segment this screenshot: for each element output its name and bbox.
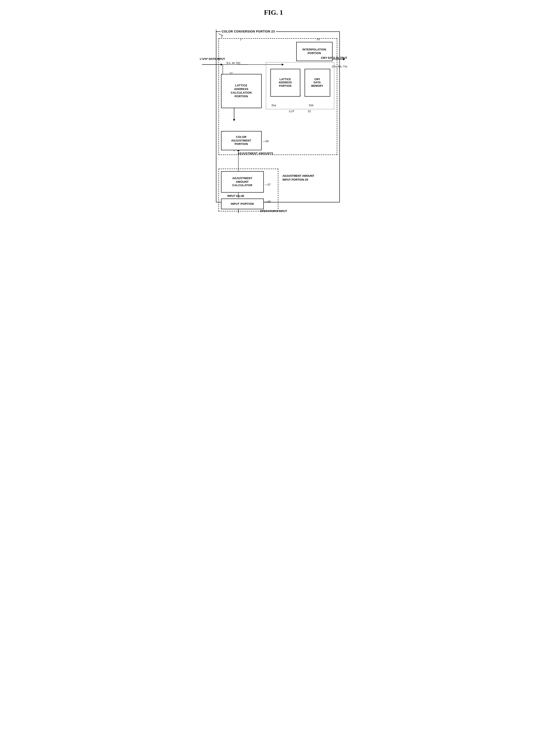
ref-37: —37 [265,183,271,186]
lattice-calc-block: LATTICE ADDRESS CALCULATION PORTION [221,74,262,108]
lut-label: LUT 31 [289,110,311,113]
ref-31a: 31a [272,104,276,107]
lx-ax-bx-label: (Lx, ax, bx) [227,61,240,65]
input-value-label: INPUT VALUE [228,194,244,198]
figure-title: FIG. 1 [199,9,348,16]
color-adj-block: COLOR ADJUSTMENT PORTION [221,131,262,150]
outer-box-label: COLOR CONVERSION PORTION 23 [221,30,276,33]
ref-29: —29 [263,140,269,143]
adj-calc-block: ADJUSTMENT AMOUNT CALCULATOR [221,171,264,193]
lattice-address-portion-block: LATTICE ADDRESS PORTION [271,69,300,97]
lab-input-label: L*a*b* DATA INPUT [200,57,225,61]
cmy-output-label: CMY DATA OUTPUT [321,56,347,60]
diagram-area: 1 COLOR CONVERSION PORTION 23 2 LUT 31 [199,23,348,215]
ref-31b: 31b [309,104,313,107]
ref-inner: 2 [221,35,223,38]
adj-input-box: ADJUSTMENT AMOUNT CALCULATOR —37 INPUT V… [219,169,278,211]
page-container: FIG. 1 [197,4,350,220]
cmy-memory-block: CMY DATA MEMORY [304,69,330,97]
ref-33: 33 [316,38,319,41]
operators-input-label: OPERATOR'S INPUT [260,209,287,213]
input-portion-block: INPUT PORTION [221,199,264,209]
adjustment-amounts-label: ADJUSTMENT AMOUNTS [238,152,274,155]
inner-dashed-box: 2 LUT 31 LATTICE ADDRESS PORTION 31a [219,38,337,155]
adj-input-portion-label: ADJUSTMENT AMOUNT INPUT PORTION 25 [282,174,321,182]
ref-35: —35 [265,200,271,203]
lut-box: LUT 31 LATTICE ADDRESS PORTION 31a CMY D… [266,62,334,109]
cx-mx-yx-label: (Cx, Mx, Yx) [332,65,347,68]
